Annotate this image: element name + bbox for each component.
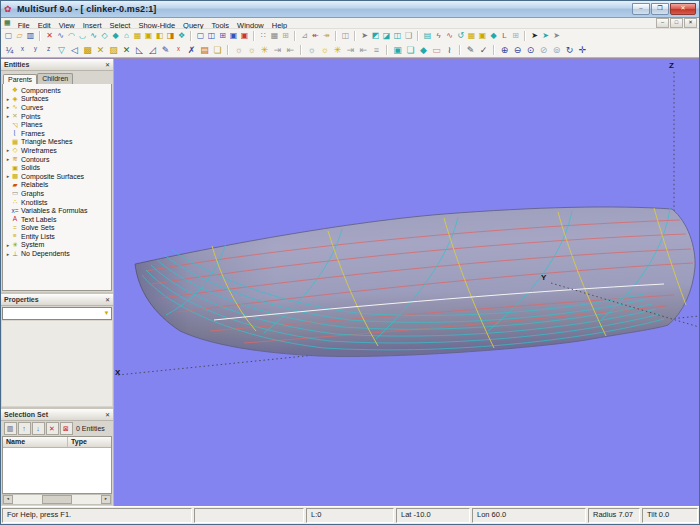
sheet-icon[interactable]: ❏ bbox=[212, 44, 224, 56]
insert-box-icon[interactable]: ▣ bbox=[144, 31, 154, 41]
delete-entity-icon[interactable]: ✕ bbox=[45, 31, 55, 41]
tree-item-composite-surfaces[interactable]: ▸▩Composite Surfaces bbox=[5, 172, 111, 181]
entity-gem-icon[interactable]: ◆ bbox=[489, 31, 499, 41]
tree-item-solids[interactable]: ▣Solids bbox=[5, 163, 111, 172]
scroll-left-icon[interactable]: ◂ bbox=[3, 495, 13, 504]
insert-snake-icon[interactable]: ◡ bbox=[78, 31, 88, 41]
view-shaded-icon[interactable]: ▣ bbox=[229, 31, 239, 41]
save-icon[interactable]: ▥ bbox=[26, 31, 36, 41]
scroll-right-icon[interactable]: ▸ bbox=[101, 495, 111, 504]
tri-a-icon[interactable]: ◺ bbox=[134, 44, 146, 56]
show-next-icon[interactable]: ⇤ bbox=[285, 44, 297, 56]
measure-icon[interactable]: ⊿ bbox=[300, 31, 310, 41]
column-type[interactable]: Type bbox=[68, 437, 90, 447]
viewport-3d[interactable]: Z Y X bbox=[114, 59, 699, 506]
surface-slab-icon[interactable]: ▭ bbox=[431, 44, 443, 56]
tree-item-graphs[interactable]: ▭Graphs bbox=[5, 189, 111, 198]
entity-frame-icon[interactable]: L bbox=[500, 31, 510, 41]
tree-item-frames[interactable]: ⌊Frames bbox=[5, 129, 111, 138]
point-x-icon[interactable]: ✕ bbox=[95, 44, 107, 56]
tree-item-no-dependents[interactable]: ▸⊥No Dependents bbox=[5, 249, 111, 258]
horizontal-scrollbar[interactable]: ◂ ▸ bbox=[2, 494, 112, 505]
pointer-gray-icon[interactable]: ➤ bbox=[552, 31, 562, 41]
hide-bulb-icon[interactable]: ☼ bbox=[233, 44, 245, 56]
pen-edit-icon[interactable]: ✎ bbox=[465, 44, 477, 56]
new-window-icon[interactable]: ◫ bbox=[341, 31, 351, 41]
remove-button[interactable]: ✕ bbox=[46, 422, 59, 435]
tab-parents[interactable]: Parents bbox=[3, 74, 37, 84]
column-name[interactable]: Name bbox=[3, 437, 68, 447]
select-add-icon[interactable]: ◩ bbox=[371, 31, 381, 41]
view-quad-icon[interactable]: ⊞ bbox=[218, 31, 228, 41]
red-x-icon[interactable]: ˣ bbox=[173, 44, 185, 56]
tree-item-planes[interactable]: ◹Planes bbox=[5, 120, 111, 129]
filter-icon[interactable]: ▼ bbox=[102, 309, 111, 318]
stack-icon[interactable]: ▤ bbox=[199, 44, 211, 56]
tree-item-components[interactable]: ❖Components bbox=[5, 86, 111, 95]
pointer-teal-icon[interactable]: ➤ bbox=[541, 31, 551, 41]
zoom-out-icon[interactable]: ⊖ bbox=[512, 44, 524, 56]
burst-icon[interactable]: ✳ bbox=[332, 44, 344, 56]
pan-view-icon[interactable]: ✛ bbox=[577, 44, 589, 56]
tab-children[interactable]: Children bbox=[37, 73, 73, 84]
view-single-icon[interactable]: ▢ bbox=[196, 31, 206, 41]
tree-item-points[interactable]: ▸✕Points bbox=[5, 112, 111, 121]
tri-b-icon[interactable]: ◿ bbox=[147, 44, 159, 56]
select-query-icon[interactable]: ❑ bbox=[404, 31, 414, 41]
show-all-icon[interactable]: ✳ bbox=[259, 44, 271, 56]
restore-button[interactable]: ❐ bbox=[651, 3, 669, 15]
show-bulb-icon[interactable]: ☼ bbox=[246, 44, 258, 56]
zoom-window-icon[interactable]: ⊚ bbox=[551, 44, 563, 56]
bead-icon[interactable]: ᶻ bbox=[43, 44, 55, 56]
next-view-icon[interactable]: ↠ bbox=[322, 31, 332, 41]
pointer-black-icon[interactable]: ➤ bbox=[530, 31, 540, 41]
zoom-in-icon[interactable]: ⊕ bbox=[499, 44, 511, 56]
green-x-icon[interactable]: ✕ bbox=[121, 44, 133, 56]
selection-set-list[interactable] bbox=[3, 448, 111, 493]
entity-box-icon[interactable]: ▣ bbox=[478, 31, 488, 41]
columns-button[interactable]: ▥ bbox=[4, 422, 17, 435]
insert-cylinder-icon[interactable]: ◧ bbox=[155, 31, 165, 41]
scroll-thumb[interactable] bbox=[42, 495, 72, 504]
move-down-button[interactable]: ↓ bbox=[32, 422, 45, 435]
select-box-icon[interactable]: ◫ bbox=[393, 31, 403, 41]
selection-set-close-icon[interactable]: ✕ bbox=[105, 411, 110, 419]
entity-hook-icon[interactable]: ϟ bbox=[434, 31, 444, 41]
prev-view-icon[interactable]: ↞ bbox=[311, 31, 321, 41]
minimize-button[interactable]: – bbox=[632, 3, 650, 15]
properties-field[interactable]: ▼ bbox=[2, 307, 112, 320]
clear-all-button[interactable]: ⊠ bbox=[60, 422, 73, 435]
bulb-lit-icon[interactable]: ☼ bbox=[319, 44, 331, 56]
tree-item-entity-lists[interactable]: ≡Entity Lists bbox=[5, 232, 111, 241]
tree-item-curves[interactable]: ▸∿Curves bbox=[5, 103, 111, 112]
view-split-icon[interactable]: ◫ bbox=[207, 31, 217, 41]
proj-point-icon[interactable]: ʸ bbox=[30, 44, 42, 56]
snap-grid-icon[interactable]: ∷ bbox=[259, 31, 269, 41]
insert-solid-icon[interactable]: ◆ bbox=[111, 31, 121, 41]
mesh-point-icon[interactable]: ▨ bbox=[108, 44, 120, 56]
rel-point-icon[interactable]: ¼ bbox=[4, 44, 16, 56]
tab-right-icon[interactable]: ⇥ bbox=[345, 44, 357, 56]
view-perspective-icon[interactable]: ▣ bbox=[240, 31, 250, 41]
tree-item-wireframes[interactable]: ▸◇Wireframes bbox=[5, 146, 111, 155]
hide-next-icon[interactable]: ⇥ bbox=[272, 44, 284, 56]
surface-sheet-icon[interactable]: ❏ bbox=[405, 44, 417, 56]
entity-bars-icon[interactable]: ▤ bbox=[423, 31, 433, 41]
insert-surface-icon[interactable]: ◇ bbox=[100, 31, 110, 41]
insert-gem-icon[interactable]: ❖ bbox=[177, 31, 187, 41]
close-button[interactable]: ✕ bbox=[670, 3, 696, 15]
tree-item-knotlists[interactable]: ∴Knotlists bbox=[5, 198, 111, 207]
child-restore-button[interactable]: □ bbox=[670, 18, 683, 28]
tree-item-contours[interactable]: ▸≋Contours bbox=[5, 155, 111, 164]
insert-curve-icon[interactable]: ∿ bbox=[56, 31, 66, 41]
open-folder-icon[interactable]: ▱ bbox=[15, 31, 25, 41]
insert-arc-icon[interactable]: ◠ bbox=[67, 31, 77, 41]
select-remove-icon[interactable]: ◪ bbox=[382, 31, 392, 41]
bulb-dim-icon[interactable]: ☼ bbox=[306, 44, 318, 56]
ring-icon[interactable]: ▽ bbox=[56, 44, 68, 56]
insert-revolve-icon[interactable]: ◨ bbox=[166, 31, 176, 41]
entity-curve-icon[interactable]: ∿ bbox=[445, 31, 455, 41]
entity-loop-icon[interactable]: ↺ bbox=[456, 31, 466, 41]
zoom-prev-icon[interactable]: ⊘ bbox=[538, 44, 550, 56]
surface-gem-icon[interactable]: ◆ bbox=[418, 44, 430, 56]
